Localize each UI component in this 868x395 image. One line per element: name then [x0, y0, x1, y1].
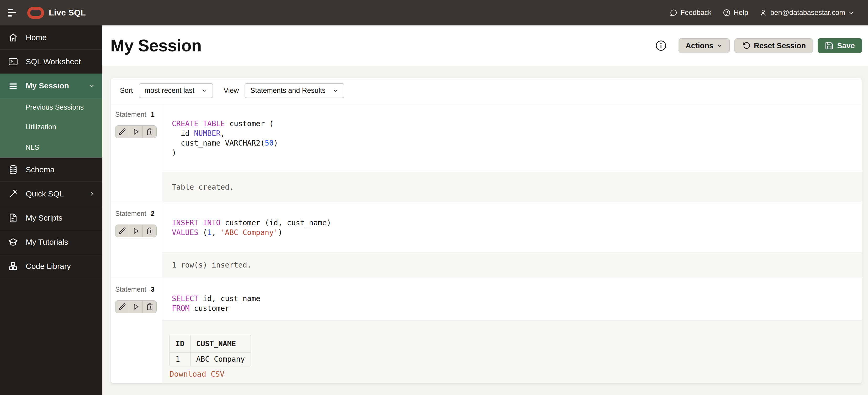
chevron-down-icon: [201, 88, 207, 94]
table-cell: ABC Company: [190, 353, 251, 366]
statement-label: Statement: [115, 285, 147, 294]
result-message: Table created.: [172, 183, 234, 192]
content-area: Sort most recent last View Statements an…: [102, 66, 868, 395]
statement-number: 3: [151, 285, 155, 294]
user-email: ben@databasestar.com: [770, 9, 845, 17]
sql-code: SELECT id, cust_name FROM customer: [162, 278, 862, 320]
database-icon: [8, 164, 19, 175]
save-button[interactable]: Save: [817, 38, 862, 53]
feedback-icon: [670, 9, 678, 17]
blocks-icon: [8, 261, 19, 271]
sql-code: INSERT INTO customer (id, cust_name) VAL…: [162, 202, 862, 252]
graduation-cap-icon: [8, 237, 19, 247]
help-icon: [723, 9, 731, 17]
chevron-down-icon: [333, 88, 339, 94]
info-icon[interactable]: [655, 40, 667, 52]
save-icon: [825, 41, 834, 50]
chevron-down-icon: [717, 43, 723, 48]
sidebar-item-code-library[interactable]: Code Library: [0, 254, 102, 278]
sidebar-item-my-session[interactable]: My Session: [0, 74, 102, 98]
feedback-link[interactable]: Feedback: [670, 9, 712, 17]
top-bar: Live SQL Feedback Help ben@databasestar.…: [0, 0, 868, 26]
sort-label: Sort: [120, 87, 133, 95]
statement-result: Table created.: [162, 172, 862, 202]
statement-block: Statement 1 CREATE TABLE customer ( id N…: [111, 103, 862, 202]
sidebar: Home SQL Worksheet My Session Previous S…: [0, 26, 102, 395]
sidebar-item-sql-worksheet[interactable]: SQL Worksheet: [0, 50, 102, 74]
page-title: My Session: [111, 36, 202, 55]
download-csv-link[interactable]: Download CSV: [169, 369, 225, 378]
chevron-right-icon: [88, 190, 95, 197]
edit-button[interactable]: [116, 301, 129, 313]
sql-code: CREATE TABLE customer ( id NUMBER, cust_…: [162, 103, 862, 172]
sidebar-item-my-scripts[interactable]: My Scripts: [0, 206, 102, 230]
terminal-icon: [8, 56, 19, 67]
menu-icon[interactable]: [8, 8, 20, 18]
sidebar-item-nls[interactable]: NLS: [0, 137, 102, 158]
result-table-header: ID: [170, 335, 190, 353]
statement-result: 1 row(s) inserted.: [162, 252, 862, 278]
reset-session-button[interactable]: Reset Session: [735, 38, 813, 53]
page-header: My Session Actions Reset Session Save: [102, 26, 868, 66]
sidebar-item-my-tutorials[interactable]: My Tutorials: [0, 230, 102, 254]
statement-number: 2: [151, 209, 155, 218]
statement-block: Statement 3 SELECT id, cust_name FROM cu…: [111, 278, 862, 384]
statement-label: Statement: [115, 110, 147, 119]
sidebar-item-schema[interactable]: Schema: [0, 158, 102, 182]
table-row: 1ABC Company: [170, 353, 251, 366]
sort-select[interactable]: most recent last: [139, 83, 213, 98]
statement-actions: [115, 125, 157, 138]
statement-result: IDCUST_NAME1ABC CompanyDownload CSV: [162, 320, 862, 384]
statement-actions: [115, 300, 157, 313]
statement-number: 1: [151, 110, 155, 119]
list-controls: Sort most recent last View Statements an…: [111, 78, 862, 103]
view-label: View: [223, 87, 239, 95]
statement-actions: [115, 225, 157, 237]
result-message: 1 row(s) inserted.: [172, 261, 251, 269]
user-icon: [759, 9, 767, 17]
delete-button[interactable]: [143, 126, 156, 138]
chevron-down-icon: [88, 82, 95, 90]
run-button[interactable]: [129, 225, 143, 237]
result-table-header: CUST_NAME: [190, 335, 251, 353]
delete-button[interactable]: [143, 301, 156, 313]
view-select[interactable]: Statements and Results: [245, 83, 344, 98]
sidebar-item-quick-sql[interactable]: Quick SQL: [0, 182, 102, 206]
list-icon: [8, 80, 19, 91]
user-menu[interactable]: ben@databasestar.com: [759, 9, 855, 17]
run-button[interactable]: [129, 126, 143, 138]
result-table: IDCUST_NAME1ABC Company: [169, 335, 251, 366]
sidebar-item-utilization[interactable]: Utilization: [0, 117, 102, 137]
actions-button[interactable]: Actions: [679, 38, 730, 53]
help-link[interactable]: Help: [723, 9, 748, 17]
statement-label: Statement: [115, 209, 147, 218]
table-cell: 1: [170, 353, 190, 366]
delete-button[interactable]: [143, 225, 156, 237]
document-icon: [8, 213, 19, 223]
oracle-logo[interactable]: [27, 7, 44, 19]
home-icon: [8, 32, 19, 43]
run-button[interactable]: [129, 301, 143, 313]
wand-icon: [8, 189, 19, 199]
app-brand: Live SQL: [49, 8, 86, 18]
sidebar-item-home[interactable]: Home: [0, 26, 102, 50]
chevron-down-icon: [848, 10, 855, 16]
statements-list: Statement 1 CREATE TABLE customer ( id N…: [111, 103, 862, 384]
my-session-submenu: Previous Sessions Utilization NLS: [0, 98, 102, 158]
sidebar-item-previous-sessions[interactable]: Previous Sessions: [0, 98, 102, 117]
statement-block: Statement 2 INSERT INTO customer (id, cu…: [111, 202, 862, 278]
session-card: Sort most recent last View Statements an…: [111, 78, 862, 384]
edit-button[interactable]: [116, 225, 129, 237]
edit-button[interactable]: [116, 126, 129, 138]
reset-icon: [742, 41, 750, 50]
